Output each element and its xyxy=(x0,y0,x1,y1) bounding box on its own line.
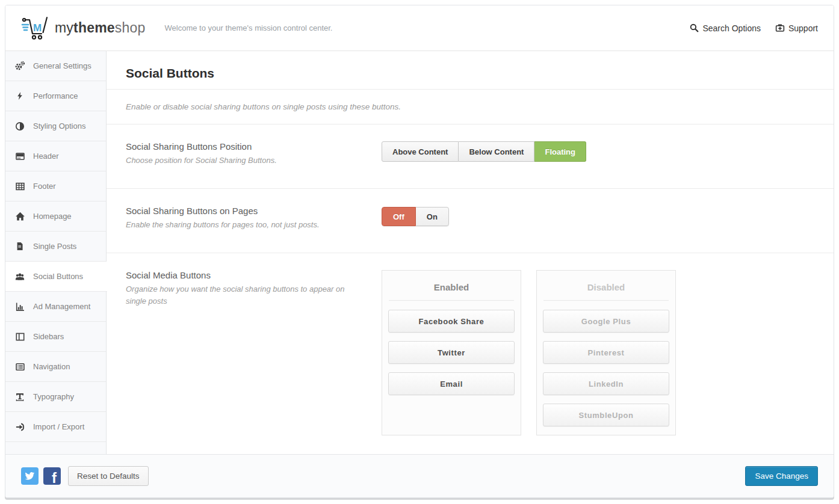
grid-icon xyxy=(14,182,25,191)
sidebar-item-label: Single Posts xyxy=(33,242,76,251)
body: General Settings Performance Styling Opt… xyxy=(5,51,834,454)
sidebar-item-typography[interactable]: Typography xyxy=(5,382,106,412)
cart-logo-icon: M xyxy=(21,16,49,41)
twitter-icon xyxy=(25,471,35,481)
sidebar-item-single-posts[interactable]: Single Posts xyxy=(5,232,106,262)
setting-pages-label: Social Sharing Buttons on Pages xyxy=(126,206,364,216)
import-export-icon xyxy=(14,422,25,432)
setting-pages-hint: Enable the sharing buttons for pages too… xyxy=(126,219,364,231)
header-icon xyxy=(14,152,25,161)
sidebar-item-label: Footer xyxy=(33,182,56,191)
support-link[interactable]: Support xyxy=(775,23,818,33)
disabled-item-linkedin[interactable]: LinkedIn xyxy=(543,372,669,395)
theme-options-panel: M mythemeshop Welcome to your theme's mi… xyxy=(5,5,834,498)
brand-wordmark: mythemeshop xyxy=(55,20,146,36)
toggle-on-button[interactable]: On xyxy=(416,207,449,226)
main-content: Social Buttons Enable or disable social … xyxy=(107,51,834,454)
reset-to-defaults-button[interactable]: Reset to Defaults xyxy=(68,466,149,486)
facebook-button[interactable]: f xyxy=(43,467,61,485)
setting-media-info: Social Media Buttons Organize how you wa… xyxy=(126,270,382,435)
page-intro: Enable or disable social sharing buttons… xyxy=(107,90,834,124)
sidebar-item-header[interactable]: Header xyxy=(5,141,106,171)
enabled-panel-title: Enabled xyxy=(389,277,514,301)
sidebar-item-label: Import / Export xyxy=(33,422,84,431)
setting-media-control: Enabled Facebook Share Twitter Email Dis… xyxy=(382,270,814,435)
position-above-content-button[interactable]: Above Content xyxy=(382,141,459,162)
setting-pages-info: Social Sharing Buttons on Pages Enable t… xyxy=(126,206,382,231)
enabled-item-twitter[interactable]: Twitter xyxy=(388,341,515,364)
search-icon xyxy=(690,23,699,32)
contrast-icon xyxy=(14,121,25,131)
enabled-panel: Enabled Facebook Share Twitter Email xyxy=(382,270,521,435)
sidebar-item-performance[interactable]: Performance xyxy=(5,81,106,111)
sidebar-item-label: Sidebars xyxy=(33,332,64,341)
sidebar-item-label: Performance xyxy=(33,91,78,100)
sidebar-item-styling-options[interactable]: Styling Options xyxy=(5,111,106,141)
medkit-icon xyxy=(775,23,785,32)
list-icon xyxy=(14,362,25,372)
disabled-item-pinterest[interactable]: Pinterest xyxy=(543,341,669,364)
setting-position-info: Social Sharing Buttons Position Choose p… xyxy=(126,141,382,167)
footer-bar: f Reset to Defaults Save Changes xyxy=(5,454,834,497)
sidebar-item-general-settings[interactable]: General Settings xyxy=(5,51,106,81)
home-icon xyxy=(14,212,25,221)
page-title: Social Buttons xyxy=(126,66,814,81)
mythemeshop-logo[interactable]: M mythemeshop xyxy=(21,16,146,41)
save-changes-button[interactable]: Save Changes xyxy=(745,466,818,486)
pages-on-off-toggle: Off On xyxy=(382,207,449,226)
sidebar-item-label: Navigation xyxy=(33,362,70,371)
sidebar-item-label: Homepage xyxy=(33,212,72,221)
setting-position-label: Social Sharing Buttons Position xyxy=(126,141,364,152)
disabled-panel-title: Disabled xyxy=(543,277,669,301)
sidebar-item-navigation[interactable]: Navigation xyxy=(5,352,106,382)
sidebar-item-label: General Settings xyxy=(33,61,91,70)
setting-media-label: Social Media Buttons xyxy=(126,270,364,280)
sidebar-item-footer[interactable]: Footer xyxy=(5,171,106,201)
position-floating-button[interactable]: Floating xyxy=(534,141,586,162)
setting-pages-row: Social Sharing Buttons on Pages Enable t… xyxy=(107,189,834,253)
sidebar-item-label: Social Buttons xyxy=(33,272,83,281)
setting-media-hint: Organize how you want the social sharing… xyxy=(126,283,364,307)
setting-position-control: Above Content Below Content Floating xyxy=(382,141,814,167)
enabled-item-email[interactable]: Email xyxy=(388,372,515,395)
users-icon xyxy=(14,272,25,281)
toggle-off-button[interactable]: Off xyxy=(382,207,416,226)
setting-pages-control: Off On xyxy=(382,206,814,231)
svg-text:M: M xyxy=(33,22,42,34)
bolt-icon xyxy=(14,91,25,101)
sidebar-item-label: Ad Management xyxy=(33,302,90,311)
welcome-text: Welcome to your theme's mission control … xyxy=(165,23,333,32)
bar-chart-icon xyxy=(14,302,25,312)
facebook-icon: f xyxy=(52,471,57,485)
disabled-item-stumbleupon[interactable]: StumbleUpon xyxy=(543,404,669,426)
columns-icon xyxy=(14,332,25,342)
top-links: Search Options Support xyxy=(690,23,818,33)
typography-icon xyxy=(14,392,25,402)
setting-position-row: Social Sharing Buttons Position Choose p… xyxy=(107,124,834,189)
page-title-row: Social Buttons xyxy=(107,51,834,90)
setting-position-hint: Choose position for Social Sharing Butto… xyxy=(126,155,364,167)
sidebar-item-homepage[interactable]: Homepage xyxy=(5,201,106,232)
disabled-item-google-plus[interactable]: Google Plus xyxy=(543,310,669,333)
position-below-content-button[interactable]: Below Content xyxy=(459,141,534,162)
top-bar: M mythemeshop Welcome to your theme's mi… xyxy=(5,5,834,51)
sidebar-item-social-buttons[interactable]: Social Buttons xyxy=(5,262,107,292)
setting-media-buttons-row: Social Media Buttons Organize how you wa… xyxy=(107,253,834,459)
search-options-link[interactable]: Search Options xyxy=(690,23,761,33)
twitter-button[interactable] xyxy=(21,467,39,485)
sidebar-item-label: Typography xyxy=(33,392,74,401)
enabled-item-facebook-share[interactable]: Facebook Share xyxy=(388,310,515,333)
drag-drop-columns: Enabled Facebook Share Twitter Email Dis… xyxy=(382,270,814,435)
sidebar-item-label: Header xyxy=(33,152,59,161)
sidebar: General Settings Performance Styling Opt… xyxy=(5,51,107,454)
document-icon xyxy=(14,241,25,251)
gears-icon xyxy=(14,61,25,71)
position-button-group: Above Content Below Content Floating xyxy=(382,141,586,162)
sidebar-item-label: Styling Options xyxy=(33,121,85,131)
disabled-panel: Disabled Google Plus Pinterest LinkedIn … xyxy=(536,270,676,435)
sidebar-item-import-export[interactable]: Import / Export xyxy=(5,412,106,442)
sidebar-item-sidebars[interactable]: Sidebars xyxy=(5,322,106,352)
sidebar-item-ad-management[interactable]: Ad Management xyxy=(5,292,106,322)
